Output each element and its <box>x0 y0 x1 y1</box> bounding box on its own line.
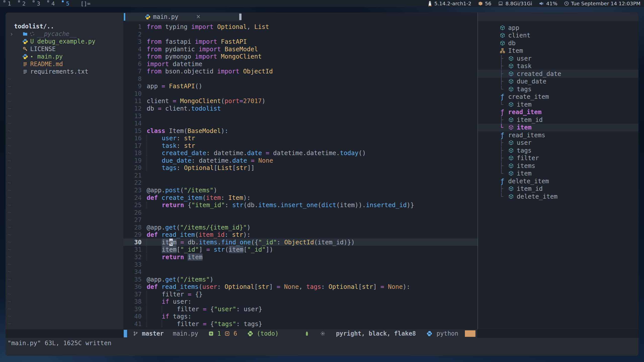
code-line-26[interactable]: 26 <box>123 209 477 216</box>
tree-item-debug_example.py[interactable]: Udebug_example.py <box>6 38 123 45</box>
outline-item-created_date[interactable]: ├created_date <box>478 70 638 78</box>
code-token <box>217 53 221 60</box>
outline-item-item[interactable]: └item <box>478 124 638 131</box>
outline-item-tags[interactable]: └tags <box>478 85 638 93</box>
code-line-41[interactable]: 41 filter = {"tags": tags} <box>123 320 477 328</box>
outline-item-item_id[interactable]: ├item_id <box>478 185 638 193</box>
code-line-38[interactable]: 38 if user: <box>123 298 477 305</box>
code-line-25[interactable]: 25 return {"item_id": str(db.items.inser… <box>123 201 477 209</box>
code-line-35[interactable]: 35@app.get("/items") <box>123 276 477 283</box>
outline-item-delete_item[interactable]: └delete_item <box>478 193 638 200</box>
outline-item-user[interactable]: ├user <box>478 55 638 62</box>
code-token: = <box>173 97 176 105</box>
code-line-37[interactable]: 37 filter = {} <box>123 291 477 298</box>
outline-item-user[interactable]: ├user <box>478 139 638 147</box>
outline-item-read_items[interactable]: ƒread_items <box>478 131 638 139</box>
variable-cube-icon <box>508 124 514 130</box>
code-line-39[interactable]: 39 filter = {"user": user} <box>123 305 477 313</box>
outline-item-app[interactable]: app <box>478 24 638 32</box>
outline-item-db[interactable]: db <box>478 39 638 47</box>
outline-item-items[interactable]: ├items <box>478 162 638 170</box>
code-line-40[interactable]: 40 if tags: <box>123 313 477 320</box>
code-line-31[interactable]: 31 item["_id"] = str(item["_id"]) <box>123 246 477 253</box>
code-token <box>217 38 221 45</box>
outline-item-task[interactable]: ├task <box>478 62 638 70</box>
outline-item-item_id[interactable]: ├item_id <box>478 116 638 124</box>
tree-item-__pycache__[interactable]: ›__pycache__ <box>6 30 123 38</box>
code-line-16[interactable]: 16 user: str <box>123 134 477 142</box>
code-line-13[interactable]: 13 <box>123 112 477 120</box>
outline-item-Item[interactable]: Item <box>478 47 638 55</box>
code-line-2[interactable]: 2 <box>123 31 477 38</box>
code-line-20[interactable]: 20 tags: Optional[List[str]] <box>123 164 477 172</box>
code-line-24[interactable]: 24def create_item(item: Item): <box>123 194 477 202</box>
tree-item-LICENSE[interactable]: LICENSE <box>6 45 123 53</box>
code-line-4[interactable]: 4from pydantic import BaseModel <box>123 46 477 53</box>
line-number: 17 <box>123 142 142 150</box>
code-line-17[interactable]: 17 task: str <box>123 142 477 150</box>
line-number: 40 <box>123 313 142 320</box>
tree-item-requirements.txt[interactable]: requirements.txt <box>6 68 123 75</box>
tab-main-py[interactable]: main.py × <box>124 13 241 21</box>
workspace-2[interactable]: 2 <box>17 0 31 7</box>
code-line-6[interactable]: 6import datetime <box>123 60 477 68</box>
code-line-3[interactable]: 3from fastapi import FastAPI <box>123 38 477 46</box>
code-token: "_id" <box>180 246 199 253</box>
editor-pane[interactable]: main.py × 1from typing import Optional, … <box>123 13 477 338</box>
outline-item-item[interactable]: └item <box>478 170 638 177</box>
code-token: { <box>184 201 192 209</box>
code-line-21[interactable]: 21 <box>123 172 477 179</box>
code-line-7[interactable]: 7from bson.objectid import ObjectId <box>123 68 477 75</box>
code-line-18[interactable]: 18 created_date: datetime.date = datetim… <box>123 149 477 157</box>
code-line-15[interactable]: 15class Item(BaseModel): <box>123 127 477 135</box>
code-line-36[interactable]: 36def read_items(user: Optional[str] = N… <box>123 283 477 291</box>
outline-item-read_item[interactable]: ƒread_item <box>478 108 638 116</box>
workspace-1[interactable]: 1 <box>2 0 17 7</box>
code-line-30[interactable]: 30 item = db.items.find_one({"_id": Obje… <box>123 239 477 246</box>
file-tree-pane[interactable]: todolist/.. ›__pycache__Udebug_example.p… <box>6 13 123 329</box>
code-line-12[interactable]: 12db = client.todolist <box>123 105 477 112</box>
symbols-outline-pane[interactable]: appclientdbItem├user├task├created_date├d… <box>477 13 638 329</box>
outline-item-delete_item[interactable]: ƒdelete_item <box>478 177 638 185</box>
code-token: tags <box>306 283 321 290</box>
code-line-19[interactable]: 19 due_date: datetime.date = None <box>123 157 477 164</box>
line-number: 25 <box>123 201 142 209</box>
code-line-11[interactable]: 11client = MongoClient(port=27017) <box>123 97 477 105</box>
code-line-27[interactable]: 27 <box>123 216 477 224</box>
code-area[interactable]: 1from typing import Optional, List23from… <box>123 21 477 329</box>
code-line-10[interactable]: 10 <box>123 90 477 98</box>
line-content <box>142 120 147 127</box>
code-line-29[interactable]: 29def read_item(item_id: str): <box>123 231 477 239</box>
workspace-5[interactable]: 5 <box>60 0 75 7</box>
code-line-5[interactable]: 5from pymongo import MongoClient <box>123 53 477 60</box>
outline-item-item[interactable]: └item <box>478 101 638 108</box>
workspace-4[interactable]: 4 <box>46 0 60 7</box>
outline-item-tags[interactable]: ├tags <box>478 147 638 154</box>
code-token: Optional <box>217 23 247 30</box>
code-token <box>280 283 284 290</box>
outline-item-due_date[interactable]: ├due_date <box>478 78 638 85</box>
tab-close-icon[interactable]: × <box>196 13 200 21</box>
variable-cube-icon <box>508 86 514 92</box>
code-line-34[interactable]: 34 <box>123 268 477 276</box>
code-line-1[interactable]: 1from typing import Optional, List <box>123 23 477 31</box>
code-token: ( <box>221 97 225 105</box>
code-line-32[interactable]: 32 return item <box>123 253 477 261</box>
code-line-33[interactable]: 33 <box>123 261 477 268</box>
chevron-right-icon[interactable]: › <box>10 31 14 37</box>
line-number: 19 <box>123 157 142 164</box>
tree-item-main.py[interactable]: •main.py <box>6 53 123 60</box>
symbol-label: item_id <box>517 116 543 123</box>
outline-item-client[interactable]: client <box>478 32 638 39</box>
code-line-8[interactable]: 8 <box>123 75 477 83</box>
code-line-22[interactable]: 22 <box>123 179 477 187</box>
code-line-14[interactable]: 14 <box>123 120 477 127</box>
code-line-23[interactable]: 23@app.post("/items") <box>123 187 477 194</box>
code-line-9[interactable]: 9app = FastAPI() <box>123 82 477 90</box>
tree-item-README.md[interactable]: README.md <box>6 60 123 68</box>
workspace-3[interactable]: 3 <box>31 0 46 7</box>
outline-item-create_item[interactable]: ƒcreate_item <box>478 93 638 101</box>
outline-item-filter[interactable]: ├filter <box>478 154 638 162</box>
penguin-icon <box>427 1 432 7</box>
code-line-28[interactable]: 28@app.get("/items/{item_id}") <box>123 224 477 231</box>
